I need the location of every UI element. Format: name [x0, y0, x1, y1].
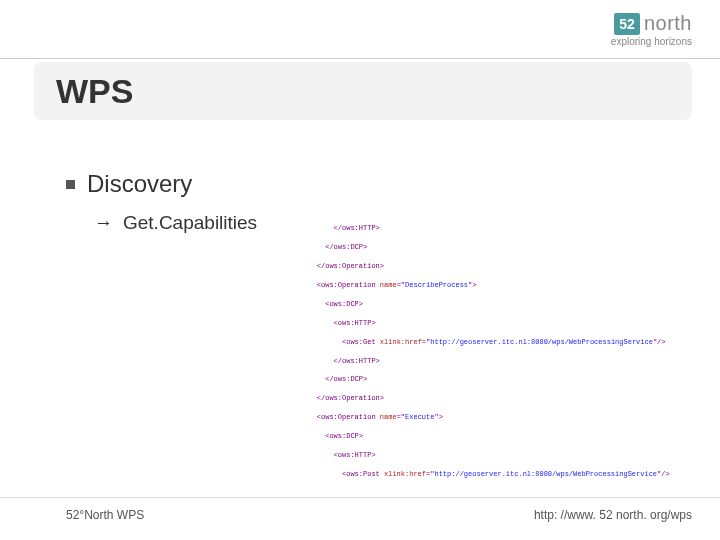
- bullet-row: Discovery: [66, 170, 690, 198]
- logo-tagline: exploring horizons: [611, 36, 692, 47]
- xml-line: </ows:DCP>: [300, 243, 695, 252]
- xml-line: </ows:Operation>: [300, 394, 695, 403]
- footer-rule: [0, 497, 720, 498]
- xml-line: <ows:HTTP>: [300, 451, 695, 460]
- sub-bullet-text: Get.Capabilities: [123, 212, 257, 234]
- xml-line: </ows:DCP>: [300, 375, 695, 384]
- xml-line: </ows:HTTP>: [300, 224, 695, 233]
- xml-line: <ows:Operation name="DescribeProcess">: [300, 281, 695, 290]
- title-bar: WPS: [34, 62, 692, 120]
- arrow-icon: →: [94, 212, 113, 234]
- xml-line: </ows:Operation>: [300, 262, 695, 271]
- footer-right: http: //www. 52 north. org/wps: [534, 508, 692, 522]
- logo-top-row: 52 north: [611, 12, 692, 35]
- footer-left: 52°North WPS: [66, 508, 144, 522]
- xml-line: <ows:HTTP>: [300, 319, 695, 328]
- xml-line: <ows:Post xlink:href="http://geoserver.i…: [300, 470, 695, 479]
- square-bullet-icon: [66, 180, 75, 189]
- logo-box: 52: [614, 13, 640, 35]
- xml-line: <ows:Get xlink:href="http://geoserver.it…: [300, 338, 695, 347]
- page-title: WPS: [56, 72, 133, 111]
- xml-line: <ows:DCP>: [300, 300, 695, 309]
- xml-line: <ows:DCP>: [300, 432, 695, 441]
- xml-line: <ows:Operation name="Execute">: [300, 413, 695, 422]
- logo-word: north: [644, 12, 692, 35]
- top-rule: [0, 58, 720, 59]
- footer: 52°North WPS http: //www. 52 north. org/…: [66, 508, 692, 522]
- xml-code-panel: </ows:HTTP> </ows:DCP> </ows:Operation> …: [300, 215, 695, 485]
- brand-logo: 52 north exploring horizons: [611, 12, 692, 47]
- xml-line: </ows:HTTP>: [300, 357, 695, 366]
- bullet-text: Discovery: [87, 170, 192, 198]
